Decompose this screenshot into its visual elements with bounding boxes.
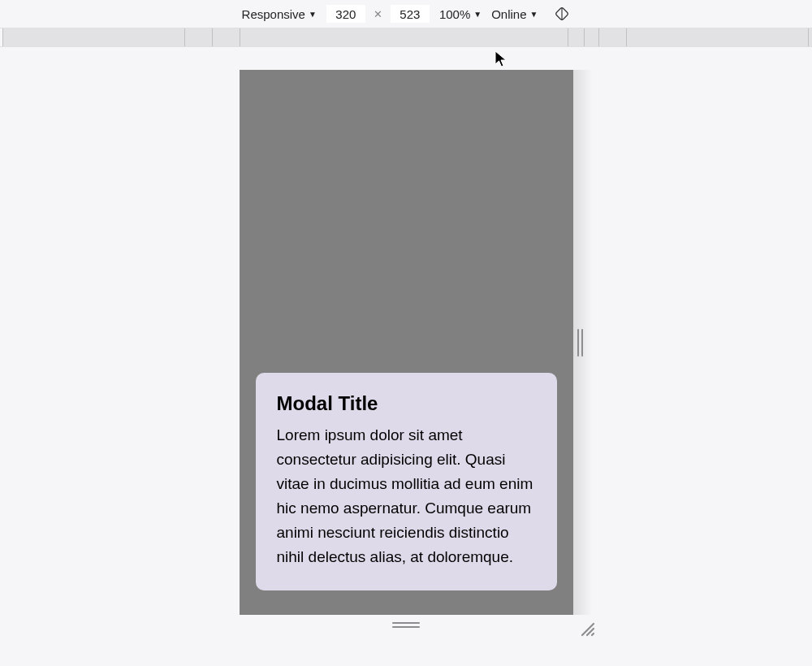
zoom-select[interactable]: 100% ▼ <box>439 7 482 21</box>
chevron-down-icon: ▼ <box>473 10 482 19</box>
modal: Modal Title Lorem ipsum dolor sit amet c… <box>256 373 557 590</box>
device-wrapper: Modal Title Lorem ipsum dolor sit amet c… <box>240 70 573 615</box>
device-toolbar: Responsive ▼ ✕ 100% ▼ Online ▼ <box>0 0 812 28</box>
zoom-select-label: 100% <box>439 7 470 21</box>
resize-handle-corner[interactable] <box>579 621 595 640</box>
rotate-icon[interactable] <box>554 6 570 22</box>
device-select-label: Responsive <box>242 7 305 21</box>
device-viewport: Modal Title Lorem ipsum dolor sit amet c… <box>240 70 573 615</box>
device-select[interactable]: Responsive ▼ <box>242 7 317 21</box>
network-select-label: Online <box>491 7 526 21</box>
network-select[interactable]: Online ▼ <box>491 7 538 21</box>
ruler <box>0 28 812 47</box>
chevron-down-icon: ▼ <box>530 10 538 19</box>
dimensions-group: ✕ <box>326 5 430 23</box>
svg-line-4 <box>592 634 594 635</box>
stage: Modal Title Lorem ipsum dolor sit amet c… <box>0 47 812 666</box>
resize-handle-right[interactable] <box>577 329 583 357</box>
resize-handle-bottom[interactable] <box>392 622 420 628</box>
modal-title: Modal Title <box>277 392 536 415</box>
width-input[interactable] <box>326 5 365 23</box>
height-input[interactable] <box>391 5 430 23</box>
modal-body: Lorem ipsum dolor sit amet consectetur a… <box>277 423 536 569</box>
dimension-separator: ✕ <box>374 8 382 20</box>
viewport-shadow <box>573 70 594 615</box>
chevron-down-icon: ▼ <box>309 10 317 19</box>
